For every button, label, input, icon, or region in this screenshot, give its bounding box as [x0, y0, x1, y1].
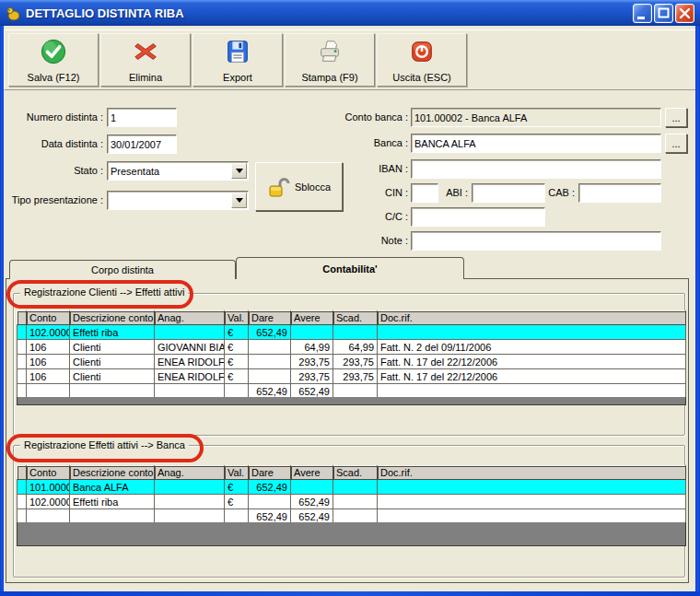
numero-distinta-field[interactable] — [107, 108, 177, 127]
note-field[interactable] — [411, 231, 661, 251]
cell[interactable]: 102.00004 — [27, 495, 70, 509]
table-row[interactable]: 102.00004 Effetti riba € 652,49 — [18, 325, 686, 340]
cell[interactable]: 293,75 — [291, 369, 333, 384]
window-border-bottom — [0, 591, 700, 596]
cell[interactable]: € — [225, 480, 249, 495]
cell[interactable]: 64,99 — [333, 340, 378, 355]
cell[interactable]: 106 — [27, 369, 70, 384]
cell[interactable]: 101.00002 — [27, 480, 70, 495]
clienti-effetti-table: Conto Descrizione conto Anag. Val. Dare … — [17, 310, 686, 399]
effetti-banca-table: Conto Descrizione conto Anag. Val. Dare … — [17, 465, 686, 524]
window-border-right — [695, 26, 700, 596]
cell[interactable] — [155, 495, 225, 509]
table-row[interactable]: 106 Clienti GIOVANNI BIANCHI € 64,99 64,… — [18, 340, 686, 355]
data-distinta-field[interactable] — [107, 134, 177, 154]
row-selector[interactable] — [18, 495, 27, 509]
print-button[interactable]: Stampa (F9) — [285, 33, 375, 87]
cell[interactable] — [378, 495, 686, 509]
col-val: Val. — [225, 466, 249, 480]
cell[interactable] — [333, 495, 378, 509]
cell[interactable]: 293,75 — [333, 369, 378, 384]
cell[interactable]: ENEA RIDOLFI — [155, 369, 225, 384]
cell[interactable]: 293,75 — [291, 355, 333, 369]
tipo-presentazione-combo[interactable] — [107, 191, 249, 210]
cell[interactable] — [249, 340, 291, 355]
stato-combo[interactable]: Presentata — [107, 161, 249, 181]
table-row[interactable]: 102.00004 Effetti riba € 652,49 — [18, 495, 686, 509]
iban-field[interactable] — [411, 159, 661, 179]
cab-field[interactable] — [578, 183, 661, 203]
groupbox-clienti-effetti-title: Registrazione Clienti --> Effetti attivi — [20, 286, 188, 298]
cell[interactable]: € — [225, 369, 249, 384]
banca-field[interactable] — [411, 134, 661, 153]
banca-browse-button[interactable]: ... — [665, 134, 687, 153]
table-row[interactable]: 106 Clienti ENEA RIDOLFI € 293,75 293,75… — [18, 355, 686, 369]
exit-button[interactable]: Uscita (ESC) — [377, 33, 467, 87]
cell[interactable]: Fatt. N. 17 del 22/12/2006 — [378, 355, 686, 369]
cell[interactable]: 652,49 — [249, 480, 291, 495]
cab-label: CAB : — [516, 187, 575, 200]
cell[interactable]: 106 — [27, 355, 70, 369]
window-border-left — [0, 26, 4, 596]
cell[interactable]: Clienti — [70, 340, 155, 355]
minimize-button[interactable] — [633, 4, 652, 23]
cin-label: CIN : — [313, 187, 408, 200]
cell[interactable] — [291, 480, 333, 495]
cell[interactable]: Clienti — [70, 369, 155, 384]
cc-field[interactable] — [411, 207, 545, 227]
cell[interactable]: 64,99 — [291, 340, 333, 355]
cell[interactable]: Fatt. N. 2 del 09/11/2006 — [378, 340, 686, 355]
tab-contabilita[interactable]: Contabilita' — [236, 257, 464, 279]
chevron-down-icon[interactable] — [231, 163, 247, 179]
window-title: DETTAGLIO DISTINTA RIBA — [26, 6, 631, 20]
row-selector[interactable] — [18, 355, 27, 369]
chevron-down-icon[interactable] — [231, 193, 247, 208]
cell[interactable]: Effetti riba — [70, 495, 155, 509]
cell[interactable]: € — [225, 325, 249, 340]
cell[interactable] — [155, 480, 225, 495]
row-selector[interactable] — [18, 480, 27, 495]
cell[interactable] — [249, 495, 291, 509]
row-selector[interactable] — [18, 369, 27, 384]
cell[interactable] — [378, 325, 686, 340]
grid-filler — [17, 522, 686, 546]
table-row[interactable]: 106 Clienti ENEA RIDOLFI € 293,75 293,75… — [18, 369, 686, 384]
cell[interactable]: Effetti riba — [70, 325, 155, 340]
conto-banca-field[interactable] — [411, 108, 661, 127]
cell[interactable]: € — [225, 355, 249, 369]
row-selector[interactable] — [18, 340, 27, 355]
cell[interactable]: 293,75 — [333, 355, 378, 369]
cell[interactable]: 652,49 — [249, 325, 291, 340]
close-button[interactable] — [675, 4, 694, 23]
cell[interactable] — [155, 325, 225, 340]
cell[interactable]: 102.00004 — [27, 325, 70, 340]
export-button[interactable]: Export — [192, 33, 283, 87]
cell[interactable]: GIOVANNI BIANCHI — [155, 340, 225, 355]
col-conto: Conto — [27, 466, 70, 480]
cell[interactable] — [291, 325, 333, 340]
cell[interactable]: ENEA RIDOLFI — [155, 355, 225, 369]
delete-button[interactable]: Elimina — [100, 33, 191, 87]
export-button-label: Export — [223, 72, 252, 83]
table-row[interactable]: 101.00002 Banca ALFA € 652,49 — [18, 480, 686, 495]
cell[interactable] — [378, 480, 686, 495]
power-icon — [408, 38, 436, 65]
cell[interactable]: 652,49 — [291, 495, 333, 509]
cell[interactable]: € — [225, 495, 249, 509]
cell[interactable] — [249, 369, 291, 384]
tab-corpo-distinta[interactable]: Corpo distinta — [9, 260, 236, 279]
col-dare: Dare — [249, 311, 291, 325]
cell[interactable] — [333, 480, 378, 495]
cell[interactable]: 106 — [27, 340, 70, 355]
cell[interactable]: Fatt. N. 17 del 22/12/2006 — [378, 369, 686, 384]
cell[interactable] — [249, 355, 291, 369]
conto-banca-browse-button[interactable]: ... — [665, 108, 687, 127]
save-button[interactable]: Salva (F12) — [8, 33, 99, 87]
cell[interactable]: € — [225, 340, 249, 355]
cell[interactable] — [333, 325, 378, 340]
cell[interactable]: Banca ALFA — [70, 480, 155, 495]
floppy-disk-icon — [224, 38, 251, 65]
cell[interactable]: Clienti — [70, 355, 155, 369]
maximize-button[interactable] — [654, 4, 673, 23]
row-selector[interactable] — [18, 325, 27, 340]
